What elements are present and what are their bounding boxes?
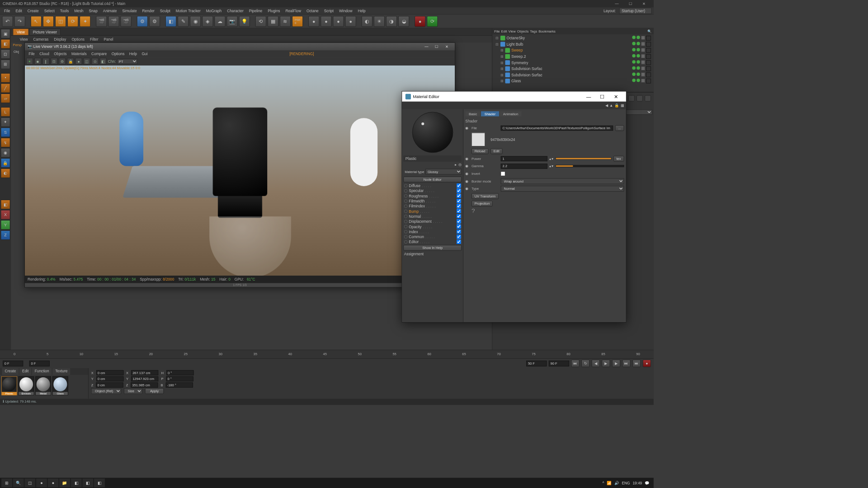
- vp-menu-filter[interactable]: Filter: [88, 37, 100, 42]
- mat-tab-texture[interactable]: Texture: [52, 368, 70, 375]
- visibility-dot[interactable]: [632, 66, 636, 70]
- render-dot[interactable]: [637, 48, 640, 52]
- me-tab-shader[interactable]: Shader: [481, 111, 499, 116]
- lv-stop-icon[interactable]: ■: [34, 58, 41, 65]
- start-frame-input[interactable]: [29, 361, 50, 366]
- enable-checkbox[interactable]: [641, 48, 645, 52]
- lv-menu-compare[interactable]: Compare: [90, 52, 108, 56]
- object-tree[interactable]: ⊟ OctaneSky ⊟ Light Bulb ⊞ Sweep ⊞ Swe: [492, 34, 654, 92]
- point-mode-button[interactable]: •: [1, 73, 10, 83]
- current-frame-input[interactable]: [3, 361, 23, 366]
- display-2-button[interactable]: ☀: [374, 16, 385, 27]
- channel-radio[interactable]: [404, 194, 408, 198]
- skip-button[interactable]: ⏭: [632, 360, 641, 367]
- taskbar-app-6[interactable]: ◧: [94, 479, 105, 488]
- material-slot[interactable]: Glass: [52, 376, 68, 395]
- material-editor-titlebar[interactable]: Material Editor — ☐ ✕: [402, 92, 626, 102]
- lv-pick-icon[interactable]: ⊙: [92, 58, 99, 65]
- arrow-icon[interactable]: ▸: [455, 162, 457, 167]
- lv-lock-icon[interactable]: ⊡: [51, 58, 57, 65]
- render-dot[interactable]: [637, 42, 640, 46]
- lv-menu-materials[interactable]: Materials: [70, 52, 88, 56]
- node-editor-button[interactable]: Node Editor: [403, 177, 462, 183]
- lv-sphere-icon[interactable]: ●: [75, 58, 82, 65]
- task-view-button[interactable]: ◫: [24, 479, 35, 488]
- visibility-dot[interactable]: [632, 48, 636, 52]
- expand-icon[interactable]: ⊞: [500, 79, 504, 83]
- tree-row[interactable]: ⊞ Sweep: [493, 47, 653, 54]
- menu-script[interactable]: Script: [322, 8, 335, 14]
- coord-z-input[interactable]: [96, 382, 123, 387]
- render-view-button[interactable]: 🎬: [96, 16, 107, 27]
- hair-button[interactable]: ≋: [280, 16, 291, 27]
- select-tool[interactable]: ↖: [31, 16, 42, 27]
- menu-file[interactable]: File: [2, 8, 12, 14]
- apply-button[interactable]: Apply: [145, 388, 164, 394]
- texture-thumbnail[interactable]: [472, 133, 485, 146]
- channel-row-editor[interactable]: Editor . . . . .: [402, 239, 463, 244]
- tray-volume-icon[interactable]: 🔊: [614, 481, 619, 485]
- taskbar-app-3[interactable]: 📁: [59, 479, 70, 488]
- vp-menu-options[interactable]: Options: [70, 37, 87, 42]
- rot-b-input[interactable]: [166, 382, 193, 387]
- channel-radio[interactable]: [404, 240, 408, 244]
- uv-transform-button[interactable]: UV Transform: [472, 193, 499, 199]
- me-maximize-button[interactable]: ☐: [595, 94, 609, 99]
- channel-radio[interactable]: [404, 235, 408, 239]
- menu-window[interactable]: Window: [337, 8, 354, 14]
- view-tab[interactable]: View: [13, 28, 28, 35]
- expand-icon[interactable]: ⊟: [495, 36, 499, 40]
- channel-checkbox[interactable]: [457, 219, 461, 224]
- edit-texture-button[interactable]: Edit: [491, 148, 503, 154]
- end-b-frame-input[interactable]: [549, 361, 569, 366]
- sphere-2-button[interactable]: ●: [321, 16, 331, 27]
- soft-select-button[interactable]: ◉: [1, 148, 10, 158]
- expand-icon[interactable]: ⊞: [500, 48, 504, 53]
- menu-octane[interactable]: Octane: [304, 8, 321, 14]
- channel-radio[interactable]: [404, 220, 408, 223]
- reload-button[interactable]: Reload: [472, 148, 488, 154]
- tray-net-icon[interactable]: 📶: [607, 481, 612, 485]
- channel-row-filmwidth[interactable]: Filmwidth . . . . .: [402, 198, 463, 203]
- tag-slot[interactable]: [646, 60, 651, 65]
- tag-slot[interactable]: [646, 66, 651, 71]
- channel-checkbox[interactable]: [457, 224, 461, 229]
- tag-button[interactable]: ⟲: [255, 16, 266, 27]
- lv-region-icon[interactable]: ◫: [83, 58, 90, 65]
- channel-row-filmindex[interactable]: Filmindex . . . . .: [402, 203, 463, 208]
- channel-radio[interactable]: [404, 184, 408, 188]
- visibility-dot[interactable]: [632, 54, 636, 58]
- timeline[interactable]: 051015202530354045505560657075808590: [0, 350, 654, 359]
- edit-render-button[interactable]: ⚙: [149, 16, 160, 27]
- lv-menu-cloud[interactable]: Cloud: [38, 52, 51, 56]
- light-button[interactable]: 💡: [239, 16, 250, 27]
- loop-button[interactable]: ↻: [581, 360, 590, 367]
- start-button[interactable]: ⊞: [1, 479, 12, 488]
- polygon-mode-button[interactable]: ▱: [1, 94, 10, 103]
- end-a-frame-input[interactable]: [526, 361, 547, 366]
- tag-slot[interactable]: [646, 79, 651, 84]
- sphere-3-button[interactable]: ●: [333, 16, 344, 27]
- gamma-input[interactable]: [501, 164, 547, 169]
- power-input[interactable]: [501, 156, 547, 161]
- expand-icon[interactable]: ⊞: [500, 73, 504, 77]
- taskbar-app-2[interactable]: ●: [47, 479, 58, 488]
- record-button[interactable]: ●: [415, 16, 425, 27]
- lv-clip-icon[interactable]: ◧: [100, 58, 107, 65]
- menu-edit[interactable]: Edit: [14, 8, 24, 14]
- me-close-button[interactable]: ✕: [609, 94, 623, 99]
- step-fwd-button[interactable]: ▶: [612, 360, 620, 367]
- visibility-dot[interactable]: [632, 79, 636, 82]
- z-axis-button[interactable]: Z: [1, 230, 10, 240]
- step-back-button[interactable]: ◀: [592, 360, 600, 367]
- redo-button[interactable]: ↷: [14, 16, 25, 27]
- enable-checkbox[interactable]: [641, 42, 645, 46]
- size-z-input[interactable]: [131, 382, 158, 387]
- visibility-dot[interactable]: [632, 36, 636, 39]
- obj-menu-objects[interactable]: Objects: [517, 29, 529, 33]
- file-browse-button[interactable]: ...: [615, 125, 624, 131]
- tex-button[interactable]: tex: [613, 155, 624, 161]
- quantize-button[interactable]: ↯: [1, 138, 10, 147]
- help-icon[interactable]: ?: [472, 207, 475, 215]
- workplane-button[interactable]: ⊞: [1, 60, 10, 69]
